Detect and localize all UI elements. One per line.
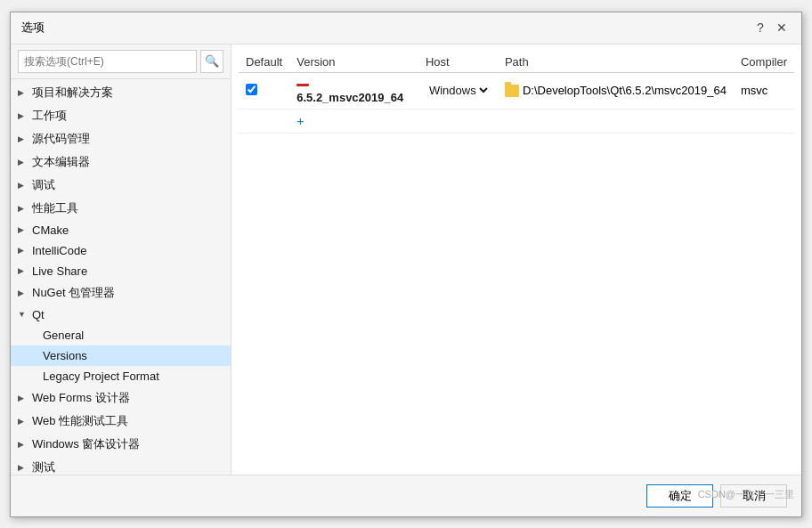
host-cell[interactable]: Windows Linux macOS (418, 72, 498, 109)
tree-label: Web 性能测试工具 (32, 413, 128, 429)
tree-item-projects[interactable]: ▶项目和解决方案 (11, 81, 231, 104)
tree-item-qt-general[interactable]: General (11, 325, 231, 345)
tree-item-liveshare[interactable]: ▶Live Share (11, 261, 231, 281)
tree-item-qt-versions[interactable]: Versions (11, 345, 231, 366)
tree-label: 文本编辑器 (32, 154, 90, 170)
tree-label: IntelliCode (32, 244, 86, 257)
compiler-cell: msvc (734, 72, 794, 109)
tree-label: 工作项 (32, 108, 67, 124)
tree-label: 源代码管理 (32, 131, 90, 147)
col-host: Host (418, 52, 498, 73)
add-version-row[interactable]: + (239, 109, 794, 133)
add-version-label[interactable]: + (289, 109, 794, 133)
folder-icon (505, 85, 519, 97)
col-version: Version (289, 52, 418, 73)
tree-item-nuget[interactable]: ▶NuGet 包管理器 (11, 281, 231, 305)
help-button[interactable]: ? (751, 19, 769, 37)
tree-arrow: ▶ (18, 111, 28, 120)
dialog-body: 🔍 ▶项目和解决方案▶工作项▶源代码管理▶文本编辑器▶调试▶性能工具▶CMake… (11, 45, 801, 475)
add-version-plus-cell[interactable] (239, 109, 289, 133)
tree-item-debug[interactable]: ▶调试 (11, 174, 231, 197)
tree-arrow: ▶ (18, 88, 28, 97)
tree-arrow: ▶ (18, 440, 28, 449)
tree-label: Web Forms 设计器 (32, 390, 130, 406)
dialog-title: 选项 (21, 20, 45, 36)
tree-arrow: ▼ (18, 310, 28, 319)
tree-arrow: ▶ (18, 246, 28, 255)
dialog-footer: 确定 取消 (11, 475, 801, 516)
versions-table: Default Version Host Path Compiler 6.5.2… (239, 52, 794, 134)
col-compiler: Compiler (734, 52, 794, 73)
tree-item-qt[interactable]: ▼Qt (11, 305, 231, 325)
tree-arrow: ▶ (18, 394, 28, 402)
tree-item-webperf[interactable]: ▶Web 性能测试工具 (11, 410, 231, 433)
tree-arrow: ▶ (18, 204, 28, 213)
tree-item-perf[interactable]: ▶性能工具 (11, 197, 231, 220)
tree-item-qt-legacy[interactable]: Legacy Project Format (11, 366, 231, 386)
tree-arrow: ▶ (18, 225, 28, 234)
tree-item-test[interactable]: ▶测试 (11, 456, 231, 475)
version-name: 6.5.2_msvc2019_64 (296, 91, 403, 104)
tree-arrow: ▶ (18, 288, 28, 297)
tree-list: ▶项目和解决方案▶工作项▶源代码管理▶文本编辑器▶调试▶性能工具▶CMake▶I… (11, 79, 231, 475)
right-panel: Default Version Host Path Compiler 6.5.2… (231, 45, 801, 475)
tree-item-workitems[interactable]: ▶工作项 (11, 104, 231, 127)
tree-item-intellicode[interactable]: ▶IntelliCode (11, 240, 231, 261)
search-input[interactable] (18, 50, 197, 73)
default-checkbox[interactable] (246, 84, 257, 95)
red-dash-icon (296, 84, 309, 86)
close-button[interactable]: ✕ (773, 19, 791, 37)
version-cell: 6.5.2_msvc2019_64 (289, 72, 418, 109)
default-checkbox-cell[interactable] (239, 72, 289, 109)
tree-item-cmake[interactable]: ▶CMake (11, 220, 231, 240)
tree-label: General (43, 329, 84, 342)
tree-label: 性能工具 (32, 200, 78, 216)
path-text: D:\DevelopTools\Qt\6.5.2\msvc2019_64 (523, 84, 727, 97)
cancel-button[interactable]: 取消 (720, 484, 787, 508)
tree-arrow: ▶ (18, 158, 28, 167)
search-icon[interactable]: 🔍 (200, 50, 223, 73)
tree-label: 调试 (32, 177, 55, 193)
tree-label: Legacy Project Format (43, 370, 159, 383)
ok-button[interactable]: 确定 (646, 484, 713, 508)
tree-arrow: ▶ (18, 463, 28, 472)
tree-label: Windows 窗体设计器 (32, 436, 140, 452)
col-path: Path (498, 52, 734, 73)
tree-label: Qt (32, 308, 45, 321)
tree-item-source[interactable]: ▶源代码管理 (11, 127, 231, 150)
tree-item-texteditor[interactable]: ▶文本编辑器 (11, 150, 231, 174)
tree-arrow: ▶ (18, 417, 28, 426)
left-panel: 🔍 ▶项目和解决方案▶工作项▶源代码管理▶文本编辑器▶调试▶性能工具▶CMake… (11, 45, 231, 475)
table-row: 6.5.2_msvc2019_64 Windows Linux macOS D:… (239, 72, 794, 109)
tree-arrow: ▶ (18, 181, 28, 190)
tree-arrow: ▶ (18, 266, 28, 275)
search-box: 🔍 (11, 45, 231, 79)
tree-arrow: ▶ (18, 134, 28, 143)
options-dialog: 选项 ? ✕ 🔍 ▶项目和解决方案▶工作项▶源代码管理▶文本编辑器▶调试▶性能工… (10, 12, 802, 517)
title-bar: 选项 ? ✕ (11, 12, 801, 45)
host-select[interactable]: Windows Linux macOS (426, 83, 491, 98)
tree-label: CMake (32, 223, 69, 237)
tree-item-webforms[interactable]: ▶Web Forms 设计器 (11, 386, 231, 410)
title-bar-buttons: ? ✕ (751, 19, 791, 37)
path-cell: D:\DevelopTools\Qt\6.5.2\msvc2019_64 (498, 72, 734, 109)
tree-label: Versions (43, 349, 87, 362)
tree-label: 测试 (32, 459, 55, 475)
tree-label: 项目和解决方案 (32, 85, 113, 101)
tree-item-winforms[interactable]: ▶Windows 窗体设计器 (11, 433, 231, 456)
tree-label: Live Share (32, 264, 87, 278)
col-default: Default (239, 52, 289, 73)
plus-icon: + (296, 114, 304, 128)
tree-label: NuGet 包管理器 (32, 285, 115, 301)
